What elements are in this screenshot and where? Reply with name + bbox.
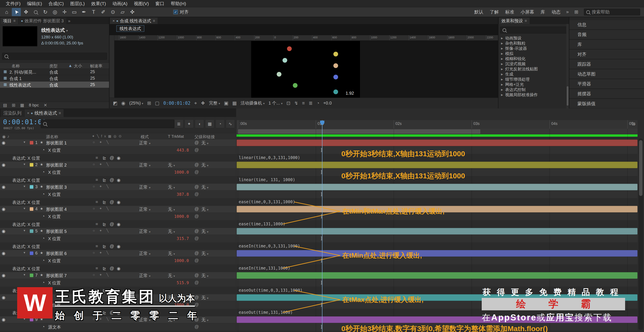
property-pickwhip-icon[interactable]: @ xyxy=(194,148,199,152)
parent-pickwhip-icon[interactable]: @ xyxy=(194,295,199,300)
property-value[interactable]: 515.9 xyxy=(165,280,189,285)
property-row[interactable]: ◔X 位置1000.0@ xyxy=(0,257,236,265)
parent-select[interactable]: 无▾ xyxy=(201,140,208,146)
expression-graph-icon[interactable]: ⊵ xyxy=(102,244,106,249)
trash-icon[interactable]: ✕ xyxy=(44,102,47,108)
layer-color-chip[interactable] xyxy=(30,274,34,277)
layer-row[interactable]: ◉▾4★形状图层 4○ ✦ ╲正常▾无▾@无▾ xyxy=(0,206,236,213)
column-trkmat[interactable]: T TrkMat xyxy=(168,134,184,139)
stopwatch-icon[interactable]: ◔ xyxy=(42,170,45,174)
menubar-item[interactable]: 效果(T) xyxy=(88,1,109,7)
layer-switches[interactable]: ○ ✦ ╲ xyxy=(93,184,110,188)
transparency-grid-icon[interactable]: ▦ xyxy=(232,100,237,106)
property-pickwhip-icon[interactable]: @ xyxy=(194,324,199,329)
stopwatch-icon[interactable]: ◔ xyxy=(42,148,45,152)
expression-row[interactable]: 表达式: X 位置=⊵@◉ xyxy=(0,243,236,251)
property-name[interactable]: X 位置 xyxy=(48,236,61,242)
eye-icon[interactable]: ◉ xyxy=(2,251,5,256)
hand-tool[interactable]: ✥ xyxy=(22,8,30,16)
effects-category[interactable]: ▶灯光反射法线贴图 xyxy=(498,66,569,72)
layer-name[interactable]: 形状图层 6 xyxy=(46,251,67,256)
expression-enable-icon[interactable]: = xyxy=(96,266,98,271)
workspace-tab-库[interactable]: 库 xyxy=(540,9,545,15)
effects-category[interactable]: ▶抠像-示波器 xyxy=(498,46,569,51)
parent-pickwhip-icon[interactable]: @ xyxy=(194,228,199,234)
property-name[interactable]: X 位置 xyxy=(48,214,61,220)
expression-language-icon[interactable]: ◉ xyxy=(117,178,120,183)
work-area-bar[interactable] xyxy=(238,130,480,134)
trkmat-select[interactable]: 无▾ xyxy=(168,206,175,212)
project-item-row[interactable]: ▦线性表达式合成25 xyxy=(0,82,109,88)
blend-mode-select[interactable]: 正常▾ xyxy=(139,206,150,212)
expand-chevron-icon[interactable]: ▾ xyxy=(24,206,25,210)
stopwatch-icon[interactable]: ◔ xyxy=(42,280,45,285)
blend-mode-select[interactable]: 正常▾ xyxy=(139,140,150,146)
timeline-button-icon[interactable]: ≡ xyxy=(302,100,305,106)
stopwatch-icon[interactable]: ◔ xyxy=(42,258,45,263)
expression-graph-icon[interactable]: ⊵ xyxy=(102,266,106,271)
expression-graph-icon[interactable]: ⊵ xyxy=(102,222,106,227)
layer-name[interactable]: 形状图层 4 xyxy=(46,206,67,212)
eye-icon[interactable]: ◉ xyxy=(2,140,5,145)
effects-category[interactable]: ▶表达式控制 xyxy=(498,87,569,92)
preview-timecode[interactable]: 0:00:01:02 xyxy=(163,101,190,106)
clone-stamp-tool[interactable]: ⊙ xyxy=(108,8,118,16)
property-row[interactable]: ◔X 位置1000.0@ xyxy=(0,213,236,220)
effects-category[interactable]: ▶模糊和锐化 xyxy=(498,56,569,62)
menubar-item[interactable]: 合成(C) xyxy=(45,1,67,7)
dock-panel-tab-3[interactable]: 对齐 xyxy=(569,50,644,59)
camera-select[interactable]: 活动摄像机▾ xyxy=(241,100,265,106)
layer-color-chip[interactable] xyxy=(30,141,34,145)
expression-language-icon[interactable]: ◉ xyxy=(117,200,120,205)
parent-pickwhip-icon[interactable]: @ xyxy=(194,206,199,212)
property-pickwhip-icon[interactable]: @ xyxy=(194,236,199,241)
expression-row[interactable]: 表达式: X 位置=⊵@◉ xyxy=(0,176,236,184)
shape-tool[interactable]: ▭ xyxy=(70,8,79,16)
panel-menu-icon[interactable]: ≡ xyxy=(525,19,527,23)
blend-mode-select[interactable]: 正常▾ xyxy=(139,273,150,278)
reset-exposure-icon[interactable]: ◔ xyxy=(316,100,319,106)
tab-project[interactable]: 项目 ≡ xyxy=(0,18,18,24)
property-name[interactable]: 源文本 xyxy=(48,324,61,330)
dock-panel-tab-1[interactable]: 音频 xyxy=(569,30,644,40)
channels-icon[interactable]: ❖ xyxy=(201,100,205,106)
stopwatch-icon[interactable]: ◔ xyxy=(42,236,45,241)
layer-row[interactable]: ◉▾7★形状图层 7○ ✦ ╲正常▾无▾@无▾ xyxy=(0,272,236,279)
panel-menu-icon[interactable]: ≡ xyxy=(58,111,61,116)
menubar-item[interactable]: 帮助(H) xyxy=(168,1,189,7)
layer-row[interactable]: ◉▾5★形状图层 5○ ✦ ╲正常▾无▾@无▾ xyxy=(0,228,236,235)
menubar-item[interactable]: 图层(L) xyxy=(67,1,88,7)
layer-color-chip[interactable] xyxy=(30,207,34,211)
interpret-footage-icon[interactable]: ▤ xyxy=(3,102,7,108)
layer-switches[interactable]: ○ ✦ ╲ xyxy=(93,273,110,277)
parent-pickwhip-icon[interactable]: @ xyxy=(194,251,199,256)
playhead-line[interactable] xyxy=(322,120,322,332)
expression-pickwhip-icon[interactable]: @ xyxy=(110,156,114,160)
timeline-expression-text[interactable]: ease(time,131,1000) xyxy=(239,222,285,226)
layer-color-chip[interactable] xyxy=(30,185,34,189)
pan-behind-tool[interactable]: ✛ xyxy=(60,8,69,16)
effects-scrollbar[interactable] xyxy=(566,24,569,108)
expression-row[interactable]: 表达式: X 位置=⊵@◉ xyxy=(0,265,236,273)
layer-color-chip[interactable] xyxy=(30,229,34,233)
trkmat-select[interactable]: 无▾ xyxy=(168,228,175,234)
grid-guides-icon[interactable]: ⊞ xyxy=(147,100,151,106)
property-pickwhip-icon[interactable]: @ xyxy=(194,214,199,219)
project-column-headers[interactable]: 名称 类型 ▲ 大小 帧速率 xyxy=(0,63,109,69)
frame-blend-icon[interactable]: ▦ xyxy=(205,120,214,128)
project-item-row[interactable]: ▦2. 抖动/摇晃...合成25 xyxy=(0,69,109,75)
property-row[interactable]: ◔X 位置515.9@ xyxy=(0,279,236,287)
panel-menu-icon[interactable]: ≡ xyxy=(13,19,16,23)
trkmat-select[interactable]: 无▾ xyxy=(168,251,175,256)
expression-row[interactable]: 表达式: X 位置=⊵@◉ xyxy=(0,220,236,228)
tab-overflow-button[interactable]: » xyxy=(67,18,72,24)
parent-select[interactable]: 无▾ xyxy=(201,162,208,168)
layer-color-chip[interactable] xyxy=(30,163,34,167)
layer-row[interactable]: ◉▾2★形状图层 2○ ✦ ╲正常▾无▾@无▾ xyxy=(0,162,236,168)
resolution-select[interactable]: 完整▾ xyxy=(209,100,220,106)
layer-row[interactable]: ◉▾1★形状图层 1○ ✦ ╲正常▾@无▾ xyxy=(0,140,236,146)
expand-chevron-icon[interactable]: ▾ xyxy=(24,273,25,277)
snapshot-icon[interactable]: ◩ xyxy=(113,100,118,106)
effects-category[interactable]: ▶网格+泛光 xyxy=(498,82,569,87)
expression-pickwhip-icon[interactable]: @ xyxy=(110,178,114,182)
